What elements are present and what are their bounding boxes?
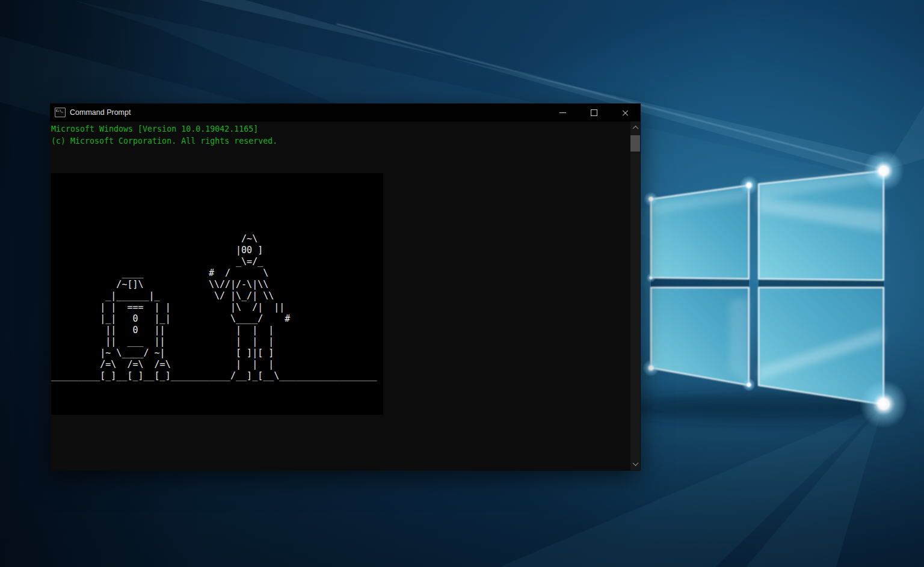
close-button[interactable] [609, 103, 641, 121]
cmd-icon [55, 108, 66, 117]
scroll-down-button[interactable] [630, 459, 640, 469]
console-line-1: Microsoft Windows [Version 10.0.19042.11… [51, 124, 258, 133]
ascii-art-droids: /~\ |00 ] _\=/_ ____ # / \ /~[]\ \\//|/-… [51, 233, 377, 382]
console-version-lines: Microsoft Windows [Version 10.0.19042.11… [51, 123, 277, 147]
window-title: Command Prompt [70, 108, 131, 117]
minimize-button[interactable] [547, 103, 578, 121]
desktop: Command Prompt Microsoft Windows [Versio… [0, 0, 924, 567]
window-controls [547, 103, 641, 121]
ascii-art-region: /~\ |00 ] _\=/_ ____ # / \ /~[]\ \\//|/-… [51, 173, 383, 415]
scrollbar-thumb[interactable] [630, 135, 640, 152]
console-line-2: (c) Microsoft Corporation. All rights re… [51, 136, 277, 146]
close-icon [622, 109, 629, 116]
maximize-icon [591, 109, 597, 116]
maximize-button[interactable] [578, 103, 609, 121]
console-output: Microsoft Windows [Version 10.0.19042.11… [50, 121, 641, 471]
minimize-icon [559, 112, 566, 113]
command-prompt-window: Command Prompt Microsoft Windows [Versio… [50, 103, 641, 471]
scrollbar[interactable] [630, 121, 640, 470]
scroll-up-button[interactable] [630, 123, 640, 133]
chevron-up-icon [632, 126, 638, 132]
chevron-down-icon [632, 460, 638, 466]
titlebar[interactable]: Command Prompt [50, 103, 641, 121]
